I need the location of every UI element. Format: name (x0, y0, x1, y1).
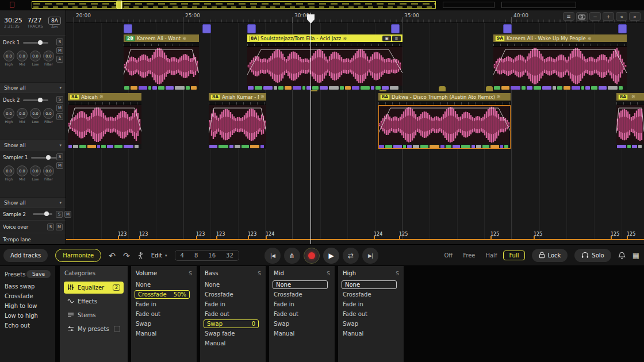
quantize-16-button[interactable]: 16 (203, 251, 221, 260)
previous-track-button[interactable]: |◀ (264, 248, 281, 264)
tempo-point[interactable] (196, 236, 197, 240)
skip-back-icon[interactable]: « (616, 12, 627, 21)
cue-marker[interactable] (486, 86, 493, 91)
s-button[interactable]: S (56, 96, 63, 103)
overview-region[interactable] (122, 1, 436, 9)
eq-knob-high[interactable]: 0.0High (3, 51, 15, 66)
band-option-swap[interactable]: Swap0 (204, 319, 259, 328)
band-option-none[interactable]: None (273, 280, 328, 289)
band-option-none[interactable]: None (131, 280, 197, 290)
harmonize-button[interactable]: Harmonize (55, 249, 101, 262)
tempo-point[interactable] (266, 236, 267, 240)
loop-marker[interactable] (503, 24, 512, 33)
playhead[interactable] (310, 13, 311, 244)
tempo-point[interactable] (248, 236, 249, 240)
m-button[interactable]: M (56, 47, 63, 54)
s-button[interactable]: S (56, 38, 63, 45)
quantize-32-button[interactable]: 32 (221, 251, 239, 260)
band-option-fade-in[interactable]: Fade in (200, 299, 266, 309)
band-option-crossfade[interactable]: Crossfade (269, 290, 335, 299)
band-option-manual[interactable]: Manual (200, 338, 266, 348)
band-option-fade-in[interactable]: Fade in (131, 299, 197, 309)
clip-header[interactable]: 8A Soulstatejazz/Tom Ella - Acid Jazz ≋▣… (247, 34, 402, 42)
tempo-point[interactable] (627, 236, 628, 240)
volume-slider[interactable] (31, 157, 56, 159)
band-option-crossfade[interactable]: Crossfade50% (135, 290, 190, 299)
metronome-button[interactable]: ⋔ (284, 248, 300, 264)
clip-header[interactable]: 2B Kareem Ali - Want ≋ (124, 34, 199, 42)
timeline-clip[interactable]: 9A Kareem Ali - Wake Up My People ≋ (493, 34, 627, 90)
clip-header[interactable]: 8A Anish Kumar - Mer ≋ (209, 93, 266, 101)
volume-slider[interactable] (23, 42, 48, 44)
preset-item[interactable]: Bass swap (0, 282, 55, 291)
quantize-8-button[interactable]: 8 (189, 251, 203, 260)
volume-slider[interactable] (23, 99, 48, 101)
band-option-manual[interactable]: Manual (269, 329, 335, 338)
clip-waveform[interactable] (247, 47, 402, 86)
a-button[interactable]: A (56, 113, 63, 120)
loop-marker[interactable] (202, 24, 211, 33)
preset-item[interactable]: Low to high (0, 311, 55, 321)
clip-header[interactable]: 9A Kareem Ali - Wake Up My People ≋ (493, 34, 627, 42)
preset-item[interactable]: High to low (0, 301, 55, 311)
band-solo-button[interactable]: S (396, 271, 399, 276)
clip-waveform[interactable] (68, 105, 141, 144)
timeline-clip[interactable]: 8A Dukwa - Disco Triumph (Austin Ato Rem… (378, 93, 511, 149)
timeline[interactable]: 2B Kareem Ali - Want ≋ 8A Soulstatejazz/… (66, 10, 644, 244)
timeline-clip[interactable]: 8A Soulstatejazz/Tom Ella - Acid Jazz ≋▣… (247, 34, 402, 90)
category-effects[interactable]: Effects (64, 295, 124, 307)
cue-marker[interactable] (439, 86, 446, 91)
tempo-point[interactable] (399, 236, 400, 240)
lock-button[interactable]: Lock (532, 249, 568, 262)
solo-button[interactable]: Solo (574, 249, 611, 262)
humanize-icon[interactable] (137, 252, 144, 260)
band-option-fade-out[interactable]: Fade out (269, 309, 335, 319)
notifications-bell-icon[interactable] (618, 252, 626, 260)
loop-marker[interactable] (618, 24, 627, 33)
show-all-dropdown[interactable]: Show all▾ (0, 140, 66, 150)
redo-button[interactable]: ↷ (123, 251, 130, 260)
band-option-none[interactable]: None (342, 280, 397, 289)
clip-header[interactable]: 8A Abicah ≋ (68, 93, 141, 101)
timeline-clip[interactable]: 8A Anish Kumar - Mer ≋ (209, 93, 266, 149)
band-option-crossfade[interactable]: Crossfade (338, 290, 404, 299)
clip-snapshot-icon[interactable]: ▣ (382, 36, 391, 41)
tempo-point[interactable] (611, 236, 612, 240)
edit-dropdown[interactable]: Edit▾ (151, 252, 167, 259)
clip-waveform[interactable] (124, 47, 199, 86)
band-option-fade-out[interactable]: Fade out (200, 309, 266, 319)
zoom-out-icon[interactable]: − (589, 12, 601, 21)
band-option-none[interactable]: None (200, 280, 266, 290)
band-option-manual[interactable]: Manual (131, 329, 197, 338)
timeline-clip[interactable]: 8A ≋ (616, 93, 644, 149)
loop-button[interactable]: ⇄ (343, 248, 359, 264)
band-option-fade-in[interactable]: Fade in (338, 299, 404, 309)
timeline-clip[interactable]: 8A Abicah ≋ (68, 93, 141, 149)
loop-marker[interactable] (247, 24, 256, 33)
eq-knob-filter[interactable]: 0.0Filter (43, 165, 55, 181)
slider-thumb[interactable] (44, 211, 49, 216)
show-all-dropdown[interactable]: Show all▾ (0, 82, 66, 93)
eq-knob-mid[interactable]: 0.0Mid (16, 51, 28, 66)
options-list-icon[interactable]: ≡ (563, 12, 574, 21)
timeline-clip[interactable]: 2B Kareem Ali - Want ≋ (124, 34, 199, 90)
mode-free-button[interactable]: Free (459, 251, 479, 260)
band-solo-button[interactable]: S (189, 271, 192, 276)
quantize-4-button[interactable]: 4 (175, 251, 189, 260)
overview-region-dim[interactable] (443, 2, 494, 8)
m-button[interactable]: M (56, 105, 63, 111)
add-tracks-button[interactable]: Add tracks (3, 249, 48, 262)
clip-waveform[interactable] (493, 47, 627, 86)
category-stems[interactable]: Stems (64, 309, 124, 321)
slider-thumb[interactable] (38, 98, 43, 102)
show-all-dropdown[interactable]: Show all▾ (0, 197, 66, 207)
tempo-point[interactable] (216, 236, 217, 240)
band-solo-button[interactable]: S (327, 271, 330, 276)
loop-marker[interactable] (124, 24, 132, 33)
record-button[interactable] (304, 248, 320, 264)
s-button[interactable]: S (47, 224, 54, 230)
eq-knob-filter[interactable]: 0.0Filter (43, 108, 55, 124)
mode-half-button[interactable]: Half (481, 251, 501, 260)
band-solo-button[interactable]: S (258, 271, 261, 276)
category-equalizer[interactable]: Equalizer 2 (64, 282, 124, 294)
